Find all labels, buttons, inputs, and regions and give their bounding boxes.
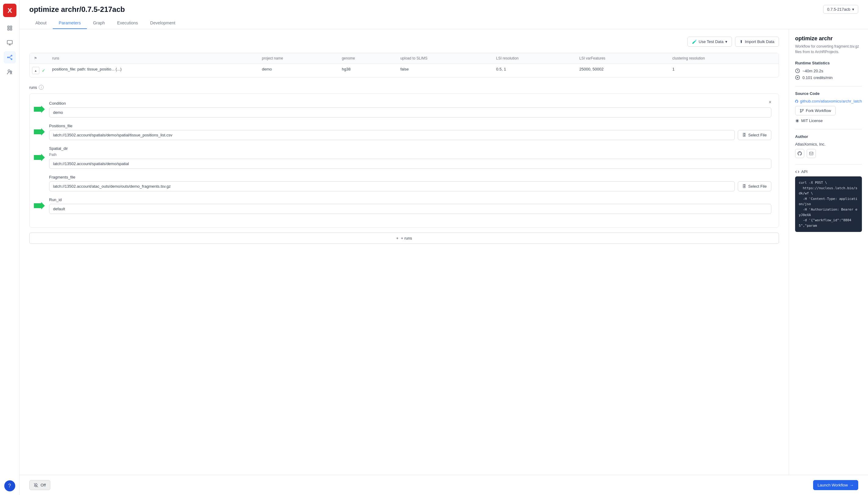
arrow-positions (34, 128, 45, 136)
spatial-dir-input[interactable] (49, 159, 771, 169)
version-label: 0.7.5-217acb (827, 7, 850, 12)
svg-point-7 (10, 71, 12, 73)
version-selector[interactable]: 0.7.5-217acb ▾ (823, 5, 858, 14)
runtime-title: Runtime Statistics (795, 61, 862, 65)
tab-graph[interactable]: Graph (87, 17, 111, 29)
condition-input[interactable] (49, 107, 771, 118)
app-logo[interactable]: X (3, 4, 16, 17)
sidebar-item-files[interactable] (4, 37, 16, 49)
run-id-label: Run_id (49, 198, 771, 202)
content-area: 🧪 Use Test Data ▾ ⬆ Import Bulk Data ⚑ r… (19, 29, 868, 475)
positions-file-input[interactable] (49, 130, 735, 140)
notification-toggle[interactable]: Off (29, 480, 50, 490)
github-icon (795, 99, 798, 103)
cell-clustering: 1 (668, 64, 779, 78)
import-bulk-data-button[interactable]: ⬆ Import Bulk Data (735, 37, 779, 47)
svg-point-4 (11, 55, 12, 56)
scale-icon (795, 119, 799, 123)
runtime-section: Runtime Statistics ~40m 20.2s 0.101 cred… (795, 61, 862, 80)
rp-title: optimize archr (795, 35, 862, 42)
clock-icon (795, 68, 800, 73)
tab-about[interactable]: About (29, 17, 53, 29)
header: optimize archr/0.7.5-217acb 0.7.5-217acb… (19, 0, 868, 29)
fragments-file-label: Fragments_file (49, 175, 771, 180)
author-icons (795, 149, 862, 158)
run-id-field-group: Run_id (37, 198, 771, 214)
tab-parameters[interactable]: Parameters (53, 17, 87, 29)
col-lsi-varfeatures: LSI varFeatures (575, 53, 668, 64)
fork-workflow-button[interactable]: Fork Workflow (795, 106, 836, 115)
page-title: optimize archr/0.7.5-217acb (29, 5, 125, 14)
svg-point-5 (11, 58, 12, 59)
file-icon: 🗄 (742, 133, 746, 137)
svg-marker-10 (34, 154, 45, 161)
col-genome: genome (338, 53, 396, 64)
sidebar-item-library[interactable] (4, 22, 16, 34)
col-runs: runs (48, 53, 258, 64)
nav-tabs: About Parameters Graph Executions Develo… (29, 17, 858, 29)
fragments-file-select-button[interactable]: 🗄 Select File (738, 181, 771, 191)
email-icon (809, 151, 813, 156)
cell-lsi-varfeatures: 25000, 50002 (575, 64, 668, 78)
author-email-button[interactable] (807, 149, 816, 158)
runs-info-icon[interactable]: i (39, 85, 43, 90)
divider-3 (795, 164, 862, 165)
params-table: ⚑ runs project name genome upload to SLI… (29, 53, 779, 78)
divider-2 (795, 129, 862, 130)
author-section: Author AtlasXomics, Inc. (795, 134, 862, 158)
header-top: optimize archr/0.7.5-217acb 0.7.5-217acb… (29, 5, 858, 14)
chevron-down-icon: ▾ (725, 39, 727, 44)
sidebar: X ? (0, 0, 19, 495)
api-icon (795, 170, 799, 174)
author-github-button[interactable] (795, 149, 804, 158)
cell-project-name: demo (258, 64, 338, 78)
tab-executions[interactable]: Executions (111, 17, 144, 29)
collapse-row-button[interactable]: ▲ (32, 67, 39, 74)
condition-label: Condition (49, 101, 771, 106)
spatial-dir-label: Spatial_dir (49, 146, 771, 151)
check-icon: ✓ (42, 68, 46, 73)
arrow-run-id (34, 202, 45, 209)
author-title: Author (795, 134, 862, 139)
fragments-file-input[interactable] (49, 181, 735, 191)
file-icon: 🗄 (742, 184, 746, 189)
source-code-section: Source Code github.com/atlasxomics/archr… (795, 91, 862, 123)
arrow-condition (34, 106, 45, 113)
svg-rect-17 (810, 152, 813, 155)
spatial-dir-sublabel: Path (49, 153, 771, 157)
add-runs-button[interactable]: + + runs (29, 233, 779, 244)
svg-point-16 (802, 109, 804, 110)
positions-file-select-button[interactable]: 🗄 Select File (738, 130, 771, 140)
run-id-input[interactable] (49, 204, 771, 214)
svg-marker-11 (34, 202, 45, 209)
flask-icon: 🧪 (692, 39, 697, 44)
flag-icon: ⚑ (34, 56, 37, 61)
main-panel: 🧪 Use Test Data ▾ ⬆ Import Bulk Data ⚑ r… (19, 29, 789, 475)
sidebar-item-people[interactable] (4, 66, 16, 78)
svg-point-14 (800, 111, 801, 112)
tab-development[interactable]: Development (144, 17, 181, 29)
cell-genome: hg38 (338, 64, 396, 78)
right-panel: optimize archr Workflow for converting f… (789, 29, 868, 475)
condition-field-group: Condition (37, 101, 771, 118)
runs-label: runs i (29, 85, 779, 90)
svg-marker-8 (34, 106, 45, 113)
sidebar-item-workflows[interactable] (4, 51, 16, 64)
positions-file-field-group: Positions_file 🗄 Select File (37, 124, 771, 140)
col-lsi-resolution: LSI resolution (492, 53, 575, 64)
github-link[interactable]: github.com/atlasxomics/archr_latch (795, 99, 862, 103)
cell-runs: positions_file: path: tissue_positio... … (48, 64, 258, 78)
footer: Off Launch Workflow → (19, 475, 868, 495)
help-button[interactable]: ? (4, 480, 15, 491)
runtime-time: ~40m 20.2s (795, 68, 862, 73)
table-row: ▲ ✓ positions_file: path: tissue_positio… (30, 64, 779, 78)
source-code-title: Source Code (795, 91, 862, 96)
cell-lsi-resolution: 0.5, 1 (492, 64, 575, 78)
spatial-dir-field-group: Spatial_dir Path (37, 146, 771, 169)
use-test-data-button[interactable]: 🧪 Use Test Data ▾ (688, 37, 732, 47)
launch-workflow-button[interactable]: Launch Workflow → (813, 480, 858, 490)
sidebar-bottom: ? (4, 480, 15, 491)
col-upload-slims: upload to SLIMS (396, 53, 492, 64)
rp-description: Workflow for converting fragment.tsv.gz … (795, 44, 862, 55)
col-project-name: project name (258, 53, 338, 64)
